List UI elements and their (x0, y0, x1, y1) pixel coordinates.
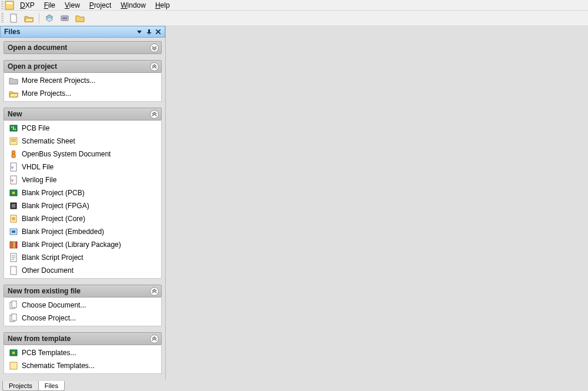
list-item[interactable]: Blank Project (Library Package) (4, 238, 161, 251)
list-item[interactable]: OpenBus System Document (4, 148, 161, 161)
collapse-icon[interactable] (150, 335, 159, 343)
svg-rect-17 (13, 126, 14, 130)
list-item-label: Other Document (22, 266, 74, 275)
bottom-tabs: Projects Files (0, 379, 64, 391)
layers-button[interactable] (43, 12, 56, 25)
menu-project[interactable]: Project (85, 1, 116, 10)
section-items-new-from-existing-file: Choose Document... Choose Project... (4, 298, 162, 326)
open-button[interactable] (22, 12, 35, 25)
svg-point-15 (11, 126, 12, 128)
svg-text:V: V (11, 166, 14, 169)
list-item[interactable]: More Recent Projects... (4, 74, 161, 87)
library-project-icon (9, 240, 18, 249)
section-header-open-a-document[interactable]: Open a document (4, 41, 162, 54)
folder-gray-icon (9, 76, 18, 85)
list-item[interactable]: Blank Project (Embedded) (4, 225, 161, 238)
copy-document-icon (9, 313, 18, 323)
panel-pin-icon[interactable] (145, 28, 153, 36)
panel-menu-icon[interactable] (135, 28, 143, 36)
section-title: New from existing file (8, 287, 81, 295)
list-item[interactable]: Schematic Sheet (4, 135, 161, 148)
list-item[interactable]: More Projects... (4, 87, 161, 100)
list-item-label: PCB Templates... (22, 349, 76, 357)
list-item[interactable]: Schematic Templates... (4, 359, 161, 372)
svg-point-32 (12, 217, 15, 220)
panel-close-icon[interactable] (154, 28, 162, 36)
list-item-label: VHDL File (22, 163, 54, 171)
list-item[interactable]: Blank Project (Core) (4, 212, 161, 225)
menu-window[interactable]: Window (116, 1, 151, 10)
section-header-open-a-project[interactable]: Open a project (4, 60, 162, 73)
copy-document-icon (9, 300, 18, 310)
section-header-new[interactable]: New (4, 108, 162, 121)
new-document-button[interactable] (7, 12, 20, 25)
list-item[interactable]: Blank Project (PCB) (4, 186, 161, 199)
collapse-icon[interactable] (150, 62, 159, 71)
section-open-a-document: Open a document (4, 41, 162, 54)
svg-text:V: V (11, 179, 14, 182)
list-item[interactable]: Choose Document... (4, 299, 161, 312)
vhdl-icon: V (9, 162, 18, 172)
list-item[interactable]: Blank Project (FPGA) (4, 199, 161, 212)
list-item[interactable]: Other Document (4, 264, 161, 277)
files-panel: Files Open a document (0, 26, 166, 379)
list-item[interactable]: VVHDL File (4, 161, 161, 173)
expand-icon[interactable] (150, 44, 159, 52)
list-item[interactable]: PCB Templates... (4, 346, 161, 359)
svg-rect-47 (12, 314, 16, 320)
section-new: New PCB File Schematic Sheet OpenBus Sys… (4, 108, 162, 279)
workspace (166, 26, 588, 379)
toolbar-grip-icon (1, 13, 4, 24)
pcb-file-icon (9, 123, 18, 133)
fpga-project-icon (9, 201, 18, 210)
schematic-icon (9, 136, 18, 146)
list-item-label: Choose Project... (22, 314, 76, 322)
svg-marker-8 (137, 31, 142, 34)
pcb-project-icon (9, 188, 18, 198)
list-item[interactable]: Choose Project... (4, 312, 161, 325)
svg-point-21 (12, 151, 15, 154)
menu-help[interactable]: Help (151, 1, 175, 10)
svg-rect-37 (16, 242, 17, 248)
list-item-label: Verilog File (22, 176, 56, 184)
menu-dxp[interactable]: DXP (15, 1, 39, 10)
tab-projects[interactable]: Projects (2, 381, 39, 391)
menu-view[interactable]: View (60, 1, 85, 10)
toolbar-separator (39, 13, 39, 24)
svg-rect-36 (13, 242, 15, 248)
svg-rect-34 (12, 230, 15, 233)
collapse-icon[interactable] (150, 110, 159, 119)
device-view-button[interactable] (58, 12, 71, 25)
section-title: New (8, 110, 22, 118)
svg-rect-7 (62, 17, 67, 19)
list-item[interactable]: PCB File (4, 122, 161, 135)
toolbar (0, 11, 588, 26)
menu-bar: DXP File View Project Window Help (0, 0, 588, 11)
section-header-new-from-existing-file[interactable]: New from existing file (4, 285, 162, 298)
list-item-label: Choose Document... (22, 301, 86, 309)
list-item[interactable]: Blank Script Project (4, 251, 161, 264)
list-item-label: Blank Project (Core) (22, 215, 85, 223)
svg-rect-45 (12, 301, 16, 308)
svg-rect-49 (12, 352, 15, 354)
svg-rect-28 (12, 192, 15, 194)
list-item-label: Blank Project (Library Package) (22, 240, 121, 249)
tab-files[interactable]: Files (38, 381, 65, 391)
embedded-project-icon (9, 227, 18, 236)
files-panel-title: Files (4, 28, 20, 36)
collapse-icon[interactable] (150, 287, 159, 296)
schematic-icon (9, 361, 18, 370)
document-icon (9, 266, 18, 275)
section-header-new-from-template[interactable]: New from template (4, 332, 162, 345)
pcb-file-icon (9, 348, 18, 357)
core-project-icon (9, 214, 18, 223)
list-item[interactable]: VVerilog File (4, 173, 161, 186)
list-item-label: Blank Script Project (22, 253, 83, 262)
files-panel-header: Files (0, 26, 165, 38)
list-item-label: More Recent Projects... (22, 76, 95, 85)
section-title: Open a project (8, 62, 57, 71)
main-area: Files Open a document (0, 26, 588, 379)
open-project-folder-button[interactable] (74, 12, 86, 25)
list-item-label: More Projects... (22, 89, 71, 98)
menu-file[interactable]: File (39, 1, 60, 10)
